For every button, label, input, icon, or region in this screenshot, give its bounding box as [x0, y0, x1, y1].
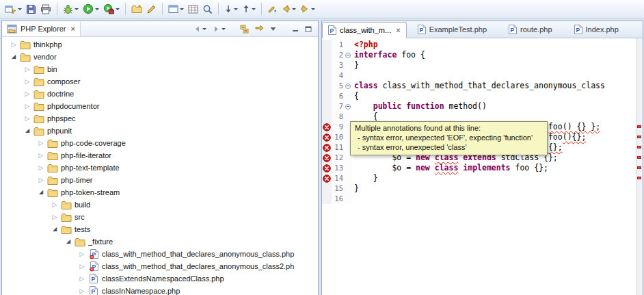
code-line-13[interactable]: 13 $o = new class implements foo {};: [322, 163, 636, 173]
error-overview-mark[interactable]: [637, 136, 641, 138]
expand-arrow-icon[interactable]: ▷: [10, 38, 17, 51]
error-overview-mark[interactable]: [637, 125, 641, 128]
code-line-14[interactable]: 14 }: [322, 173, 636, 183]
run-button[interactable]: [81, 1, 101, 16]
link-with-editor-button[interactable]: [254, 24, 265, 34]
error-icon[interactable]: [322, 132, 332, 142]
save-button[interactable]: [24, 1, 38, 16]
fold-marker-icon[interactable]: [345, 101, 352, 112]
tree-item-build[interactable]: ▷build: [2, 198, 318, 211]
tree-item-src[interactable]: ▷src: [2, 211, 318, 223]
tree-item-tests[interactable]: ◢tests: [2, 223, 318, 235]
editor-tab-exampletest-php[interactable]: PExampleTest.php: [407, 21, 498, 38]
dropdown-arrow-icon[interactable]: [252, 8, 256, 10]
expand-arrow-icon[interactable]: ▷: [24, 100, 31, 112]
expand-arrow-icon[interactable]: ▷: [51, 211, 58, 223]
tree-item-class-with-method-that-declares-anonymous-class-php[interactable]: ▷Pclass_with_method_that_declares_anonym…: [2, 248, 318, 260]
dropdown-arrow-icon[interactable]: [202, 28, 206, 30]
collapse-arrow-icon[interactable]: ◢: [65, 235, 72, 248]
error-icon[interactable]: [322, 122, 332, 132]
tree-item-php-file-iterator[interactable]: ▷php-file-iterator: [2, 149, 318, 162]
code-line-16[interactable]: 16: [322, 194, 636, 204]
editor-tab-route-php[interactable]: Proute.php: [498, 21, 563, 38]
dropdown-arrow-icon[interactable]: [234, 8, 238, 10]
view-tab-php-explorer[interactable]: PHP Explorer ×: [2, 21, 81, 36]
maximize-button[interactable]: [304, 25, 312, 33]
tree-item-php-token-stream[interactable]: ◢php-token-stream: [2, 186, 318, 198]
dropdown-arrow-icon[interactable]: [116, 8, 120, 10]
expand-arrow-icon[interactable]: ▷: [38, 162, 44, 174]
open-window-button[interactable]: [166, 1, 186, 16]
dropdown-arrow-icon[interactable]: [222, 28, 226, 30]
editor-tab-class-with-m[interactable]: Pclass_with_m...×: [322, 22, 407, 38]
overview-ruler[interactable]: [636, 38, 643, 295]
fold-marker-icon[interactable]: [345, 81, 352, 91]
tree-item-thinkphp[interactable]: ▷thinkphp: [2, 38, 318, 51]
dropdown-arrow-icon[interactable]: [18, 8, 22, 10]
debug-button[interactable]: [61, 1, 81, 16]
collapse-arrow-icon[interactable]: ◢: [10, 51, 17, 63]
tree-item-phpunit[interactable]: ◢phpunit: [2, 125, 318, 137]
code-line-6[interactable]: 6{: [322, 91, 636, 101]
error-icon[interactable]: [322, 153, 332, 163]
expand-arrow-icon[interactable]: ▷: [38, 149, 44, 162]
code-line-8[interactable]: 8 {: [322, 112, 636, 122]
dropdown-arrow-icon[interactable]: [180, 8, 184, 10]
external-tools-button[interactable]: [101, 1, 122, 16]
error-overview-mark[interactable]: [637, 146, 641, 149]
tree-item-doctrine[interactable]: ▷doctrine: [2, 88, 318, 100]
tree-item-phpspec[interactable]: ▷phpspec: [2, 112, 318, 125]
tree-item-php-text-template[interactable]: ▷php-text-template: [2, 162, 318, 174]
next-annotation-button[interactable]: [222, 1, 240, 16]
tree-item-php-timer[interactable]: ▷php-timer: [2, 174, 318, 186]
collapse-arrow-icon[interactable]: ◢: [38, 186, 44, 198]
code-line-15[interactable]: 15}: [322, 183, 636, 194]
error-icon[interactable]: [322, 163, 332, 173]
expand-arrow-icon[interactable]: ▷: [79, 260, 85, 272]
expand-arrow-icon[interactable]: ▷: [79, 285, 85, 295]
code-line-2[interactable]: 2interface foo {: [322, 50, 636, 60]
dropdown-arrow-icon[interactable]: [311, 8, 315, 10]
code-line-1[interactable]: 1<?php: [322, 40, 636, 50]
close-icon[interactable]: ×: [70, 25, 75, 33]
minimize-button[interactable]: [291, 25, 299, 33]
expand-arrow-icon[interactable]: ▷: [24, 112, 31, 125]
forward-button[interactable]: [298, 1, 317, 16]
tree-item-classinnamespace-php[interactable]: ▷PclassInNamespace.php: [2, 285, 318, 295]
tree-item-fixture[interactable]: ◢_fixture: [2, 235, 318, 248]
last-edit-location-button[interactable]: [265, 1, 279, 16]
search-button[interactable]: [200, 1, 215, 16]
expand-arrow-icon[interactable]: ▷: [79, 272, 85, 285]
expand-arrow-icon[interactable]: ▷: [38, 137, 44, 149]
expand-arrow-icon[interactable]: ▷: [24, 88, 31, 100]
back-button[interactable]: [193, 25, 207, 34]
fold-marker-icon[interactable]: [345, 50, 352, 60]
expand-arrow-icon[interactable]: ▷: [79, 248, 85, 260]
new-php-element-button[interactable]: [129, 1, 144, 16]
expand-arrow-icon[interactable]: ▷: [51, 198, 58, 211]
pencil-button[interactable]: [144, 1, 159, 16]
dropdown-arrow-icon[interactable]: [95, 8, 99, 10]
new-wizard-button[interactable]: [3, 1, 24, 16]
tree-item-bin[interactable]: ▷bin: [2, 63, 318, 75]
code-line-7[interactable]: 7 public function method(): [322, 101, 636, 112]
error-overview-mark[interactable]: [637, 166, 641, 169]
code-line-3[interactable]: 3}: [322, 60, 636, 70]
collapse-arrow-icon[interactable]: ◢: [24, 125, 31, 137]
tree-item-composer[interactable]: ▷composer: [2, 75, 318, 88]
tree-item-vendor[interactable]: ◢vendor: [2, 51, 318, 63]
collapse-arrow-icon[interactable]: ◢: [51, 223, 58, 235]
code-line-4[interactable]: 4: [322, 70, 636, 81]
forward-button[interactable]: [212, 25, 226, 34]
expand-arrow-icon[interactable]: ▷: [38, 174, 44, 186]
expand-arrow-icon[interactable]: ▷: [24, 63, 31, 75]
dropdown-arrow-icon[interactable]: [75, 8, 79, 10]
tree-item-php-code-coverage[interactable]: ▷php-code-coverage: [2, 137, 318, 149]
expand-arrow-icon[interactable]: ▷: [24, 75, 31, 88]
error-overview-mark[interactable]: [637, 156, 641, 159]
error-overview-mark[interactable]: [637, 177, 641, 179]
tree-item-class-with-method-that-declares-anonymous-class2-ph[interactable]: ▷Pclass_with_method_that_declares_anonym…: [2, 260, 318, 272]
close-icon[interactable]: ×: [396, 26, 400, 34]
editor-area[interactable]: 1<?php2interface foo {3}45class class_wi…: [322, 38, 643, 295]
tree-item-phpdocumentor[interactable]: ▷phpdocumentor: [2, 100, 318, 112]
